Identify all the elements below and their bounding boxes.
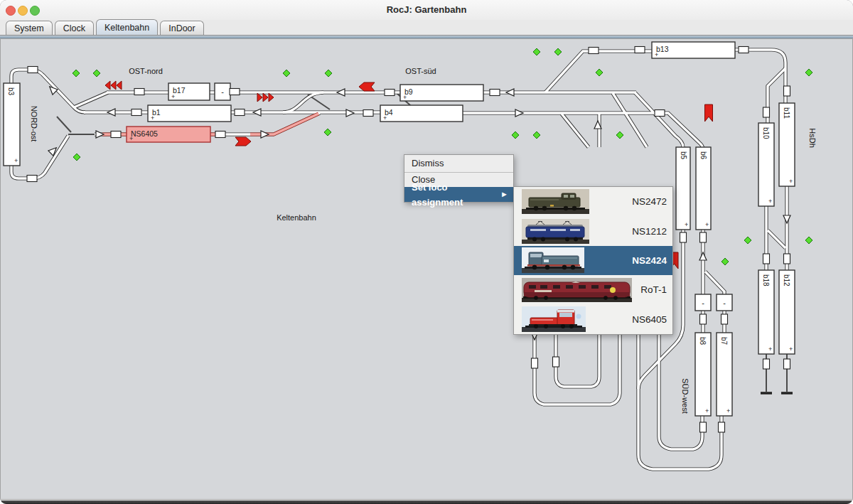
block-body[interactable] [696,147,711,230]
block-m3[interactable]: - [717,294,732,311]
feedback-sensor[interactable] [589,48,599,54]
block-b7[interactable]: b7+ [717,333,732,416]
feedback-sensor[interactable] [553,357,559,367]
block-b10[interactable]: b10+ [758,123,774,206]
signal[interactable] [107,109,115,116]
sensor-diamond[interactable] [533,48,540,55]
block-b5[interactable]: b5+ [676,147,690,230]
sensor-diamond[interactable] [324,129,331,136]
feedback-sensor[interactable] [700,232,707,242]
loco-item-rot-1[interactable]: RoT-1 [514,275,672,304]
sensor-diamond[interactable] [533,132,540,139]
feedback-sensor[interactable] [739,47,749,53]
block-body[interactable] [4,83,20,166]
block-NS6405[interactable]: NS6405+ [127,127,210,142]
block-b3[interactable]: b3+ [4,83,20,166]
feedback-sensor[interactable] [235,109,245,116]
block-b11[interactable]: b11+ [779,103,795,186]
feedback-sensor[interactable] [763,359,770,369]
feedback-sensor[interactable] [134,89,144,95]
track[interactable] [74,92,108,107]
sensor-diamond[interactable] [805,237,812,244]
sensor-diamond[interactable] [744,237,751,244]
signal[interactable] [515,109,523,117]
block-b17[interactable]: b17+ [168,83,210,100]
feedback-sensor[interactable] [721,314,728,324]
feedback-sensor[interactable] [700,314,707,324]
loco-item-ns2424[interactable]: NS2424 [514,246,672,275]
signal[interactable] [337,89,345,96]
loco-item-ns6405[interactable]: NS6405 [514,305,672,334]
tab-system[interactable]: System [6,21,53,36]
feedback-sensor[interactable] [363,110,373,117]
track[interactable] [768,230,785,248]
feedback-sensor[interactable] [763,107,770,117]
sensor-diamond[interactable] [721,258,729,265]
signal[interactable] [261,131,269,138]
track[interactable] [283,92,323,112]
tab-indoor[interactable]: InDoor [160,21,204,36]
tab-keltenbahn[interactable]: Keltenbahn [96,19,158,36]
feedback-sensor[interactable] [215,132,225,138]
feedback-sensor[interactable] [532,358,538,368]
block-b6[interactable]: b6+ [696,147,711,230]
feedback-sensor[interactable] [655,110,665,117]
block-b13[interactable]: b13+ [652,42,735,58]
title-bar[interactable]: RocJ: Gartenbahn [0,0,853,21]
block-b12[interactable]: b12+ [779,270,795,354]
block-m1[interactable]: - [215,83,230,100]
feedback-sensor[interactable] [27,176,37,182]
feedback-sensor[interactable] [635,47,645,53]
blocks: b3+b17+-b1+NS6405+b9+b4+b13+b5+b6+b10+b1… [4,42,795,416]
track[interactable] [462,113,703,149]
feedback-sensor[interactable] [28,67,38,73]
feedback-sensor[interactable] [490,90,500,96]
sensor-diamond[interactable] [73,154,80,161]
block-label: b3 [7,87,15,96]
block-m2[interactable]: - [695,294,711,311]
feedback-sensor[interactable] [784,86,790,96]
block-b9[interactable]: b9+ [400,85,483,101]
tab-clock[interactable]: Clock [55,21,94,36]
track-plan-canvas[interactable]: b3+b17+-b1+NS6405+b9+b4+b13+b5+b6+b10+b1… [0,38,853,500]
menu-item-dismiss[interactable]: Dismiss [404,155,513,172]
feedback-sensor[interactable] [763,254,770,264]
signal[interactable] [506,89,514,96]
block-b8[interactable]: b8+ [695,333,711,416]
block-body[interactable] [695,333,711,416]
feedback-sensor[interactable] [700,422,707,432]
sensor-diamond[interactable] [73,70,80,77]
sensor-diamond[interactable] [93,70,100,77]
block-b1[interactable]: b1+ [148,105,231,122]
track-plan-svg[interactable]: b3+b17+-b1+NS6405+b9+b4+b13+b5+b6+b10+b1… [0,38,853,500]
feedback-sensor[interactable] [784,359,790,369]
block-b18[interactable]: b18+ [758,270,774,354]
feedback-sensor[interactable] [680,232,687,242]
loco-item-ns1212[interactable]: NS1212 [514,216,672,245]
sensor-diamond[interactable] [805,69,812,76]
block-label: b8 [699,337,707,345]
loco-label: RoT-1 [632,284,672,295]
sensor-diamond[interactable] [596,69,603,76]
track[interactable] [562,114,589,147]
sensor-diamond[interactable] [283,70,290,77]
block-body[interactable] [676,147,690,230]
block-body[interactable] [717,333,732,416]
sensor-diamond[interactable] [616,132,623,139]
sensor-diamond[interactable] [512,132,519,139]
feedback-sensor[interactable] [132,109,141,116]
menu-item-set-loco-assignment[interactable]: Set loco assignment ► [404,187,513,202]
feedback-sensor[interactable] [719,422,725,432]
block-b4[interactable]: b4+ [380,105,463,122]
feedback-sensor[interactable] [385,90,395,96]
feedback-sensor[interactable] [111,132,121,138]
loco-item-ns2472[interactable]: NS2472 [514,187,672,216]
sensor-diamond[interactable] [325,70,332,77]
signal[interactable] [253,109,261,116]
feedback-sensor[interactable] [230,89,240,95]
feedback-sensor[interactable] [784,254,790,264]
signal[interactable] [699,252,707,260]
signal[interactable] [783,215,790,223]
sensor-diamond[interactable] [554,48,562,55]
signal[interactable] [96,131,104,138]
